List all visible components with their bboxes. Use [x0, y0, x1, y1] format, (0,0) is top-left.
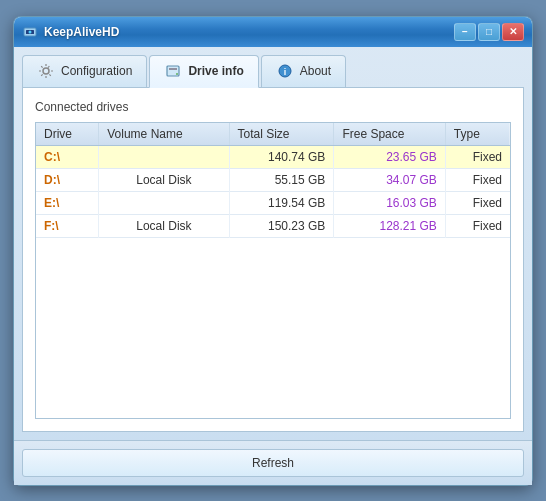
- table-row[interactable]: E:\119.54 GB16.03 GBFixed: [36, 191, 510, 214]
- window-title: KeepAliveHD: [44, 25, 454, 39]
- cell-volume-3: Local Disk: [99, 214, 229, 237]
- cell-free-1: 34.07 GB: [334, 168, 445, 191]
- table-row[interactable]: F:\Local Disk150.23 GB128.21 GBFixed: [36, 214, 510, 237]
- svg-point-2: [29, 30, 32, 33]
- cell-free-3: 128.21 GB: [334, 214, 445, 237]
- cell-free-0: 23.65 GB: [334, 145, 445, 168]
- content-area: Connected drives Drive Volume Name Total…: [22, 88, 524, 432]
- col-header-volume: Volume Name: [99, 123, 229, 146]
- cell-drive-2: E:\: [36, 191, 99, 214]
- tab-drive-info-label: Drive info: [188, 64, 243, 78]
- col-header-free: Free Space: [334, 123, 445, 146]
- main-window: KeepAliveHD − □ ✕ Configuration: [13, 16, 533, 486]
- cell-total-0: 140.74 GB: [229, 145, 334, 168]
- svg-point-3: [43, 68, 49, 74]
- tab-configuration-label: Configuration: [61, 64, 132, 78]
- configuration-icon: [37, 62, 55, 80]
- maximize-button[interactable]: □: [478, 23, 500, 41]
- close-button[interactable]: ✕: [502, 23, 524, 41]
- app-icon: [22, 24, 38, 40]
- svg-point-6: [176, 73, 178, 75]
- cell-type-3: Fixed: [445, 214, 510, 237]
- table-header-row: Drive Volume Name Total Size Free Space …: [36, 123, 510, 146]
- cell-type-2: Fixed: [445, 191, 510, 214]
- minimize-button[interactable]: −: [454, 23, 476, 41]
- bottom-bar: Refresh: [14, 440, 532, 485]
- drives-table-container: Drive Volume Name Total Size Free Space …: [35, 122, 511, 419]
- drive-info-icon: [164, 62, 182, 80]
- window-body: Configuration Drive info i: [14, 47, 532, 440]
- tab-drive-info[interactable]: Drive info: [149, 55, 258, 88]
- cell-type-1: Fixed: [445, 168, 510, 191]
- svg-text:i: i: [283, 67, 286, 77]
- table-row[interactable]: C:\140.74 GB23.65 GBFixed: [36, 145, 510, 168]
- table-row[interactable]: D:\Local Disk55.15 GB34.07 GBFixed: [36, 168, 510, 191]
- title-buttons: − □ ✕: [454, 23, 524, 41]
- tab-about-label: About: [300, 64, 331, 78]
- cell-total-3: 150.23 GB: [229, 214, 334, 237]
- col-header-type: Type: [445, 123, 510, 146]
- col-header-drive: Drive: [36, 123, 99, 146]
- tab-bar: Configuration Drive info i: [22, 55, 524, 88]
- cell-volume-0: [99, 145, 229, 168]
- svg-rect-5: [169, 68, 177, 70]
- cell-volume-2: [99, 191, 229, 214]
- col-header-total: Total Size: [229, 123, 334, 146]
- cell-drive-1: D:\: [36, 168, 99, 191]
- cell-drive-0: C:\: [36, 145, 99, 168]
- tab-configuration[interactable]: Configuration: [22, 55, 147, 87]
- refresh-button[interactable]: Refresh: [22, 449, 524, 477]
- title-bar: KeepAliveHD − □ ✕: [14, 17, 532, 47]
- cell-total-2: 119.54 GB: [229, 191, 334, 214]
- about-icon: i: [276, 62, 294, 80]
- tab-about[interactable]: i About: [261, 55, 346, 87]
- section-label: Connected drives: [35, 100, 511, 114]
- cell-volume-1: Local Disk: [99, 168, 229, 191]
- cell-free-2: 16.03 GB: [334, 191, 445, 214]
- cell-drive-3: F:\: [36, 214, 99, 237]
- drives-table: Drive Volume Name Total Size Free Space …: [36, 123, 510, 238]
- cell-type-0: Fixed: [445, 145, 510, 168]
- cell-total-1: 55.15 GB: [229, 168, 334, 191]
